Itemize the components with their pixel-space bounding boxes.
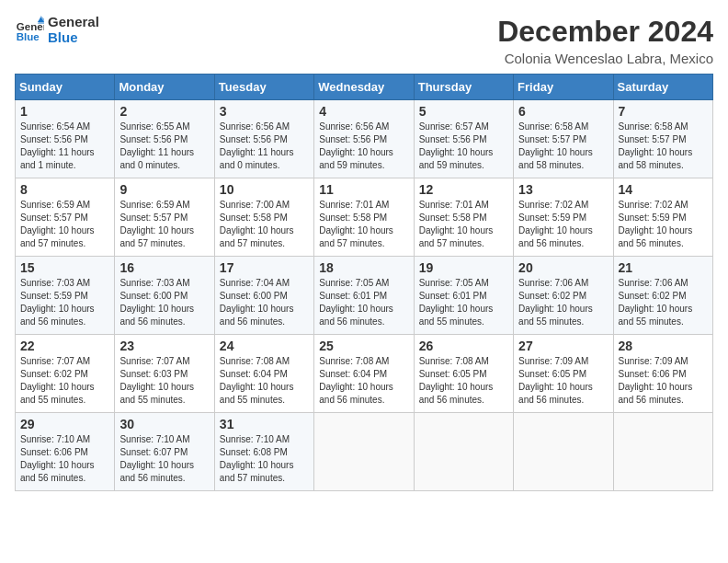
svg-text:Blue: Blue [17, 30, 40, 41]
table-row: 4Sunrise: 6:56 AMSunset: 5:56 PMDaylight… [314, 100, 414, 178]
day-info: Sunrise: 7:06 AMSunset: 6:02 PMDaylight:… [518, 277, 608, 328]
table-row: 17Sunrise: 7:04 AMSunset: 6:00 PMDayligh… [214, 257, 313, 335]
table-row [414, 413, 513, 491]
day-info: Sunrise: 7:10 AMSunset: 6:06 PMDaylight:… [20, 433, 109, 485]
day-info: Sunrise: 7:05 AMSunset: 6:01 PMDaylight:… [319, 277, 408, 328]
table-row: 24Sunrise: 7:08 AMSunset: 6:04 PMDayligh… [214, 335, 313, 413]
day-info: Sunrise: 7:01 AMSunset: 5:58 PMDaylight:… [319, 199, 408, 250]
table-row: 20Sunrise: 7:06 AMSunset: 6:02 PMDayligh… [514, 257, 613, 335]
day-info: Sunrise: 6:56 AMSunset: 5:56 PMDaylight:… [220, 121, 309, 172]
day-info: Sunrise: 7:10 AMSunset: 6:07 PMDaylight:… [119, 433, 209, 485]
day-number: 16 [119, 260, 209, 275]
day-info: Sunrise: 7:03 AMSunset: 5:59 PMDaylight:… [20, 277, 109, 328]
day-number: 27 [518, 339, 608, 353]
logo-blue: Blue [48, 30, 99, 46]
table-row: 18Sunrise: 7:05 AMSunset: 6:01 PMDayligh… [314, 257, 414, 335]
header-friday: Friday [514, 75, 613, 100]
table-row: 11Sunrise: 7:01 AMSunset: 5:58 PMDayligh… [314, 178, 414, 257]
calendar-week-row: 29Sunrise: 7:10 AMSunset: 6:06 PMDayligh… [16, 413, 713, 491]
day-number: 18 [319, 260, 408, 275]
day-info: Sunrise: 7:01 AMSunset: 5:58 PMDaylight:… [419, 199, 508, 250]
day-info: Sunrise: 7:07 AMSunset: 6:03 PMDaylight:… [119, 355, 209, 407]
day-info: Sunrise: 7:04 AMSunset: 6:00 PMDaylight:… [220, 277, 309, 328]
day-number: 28 [619, 339, 708, 353]
day-number: 13 [518, 182, 608, 197]
day-info: Sunrise: 7:02 AMSunset: 5:59 PMDaylight:… [518, 199, 608, 250]
day-info: Sunrise: 6:59 AMSunset: 5:57 PMDaylight:… [119, 199, 209, 250]
day-number: 8 [20, 182, 109, 197]
day-info: Sunrise: 7:02 AMSunset: 5:59 PMDaylight:… [619, 199, 708, 250]
day-info: Sunrise: 7:10 AMSunset: 6:08 PMDaylight:… [220, 433, 309, 485]
day-info: Sunrise: 7:03 AMSunset: 6:00 PMDaylight:… [119, 277, 209, 328]
day-number: 17 [220, 260, 309, 275]
table-row [514, 413, 613, 491]
month-title: December 2024 [497, 15, 713, 49]
day-number: 2 [119, 104, 209, 119]
header-tuesday: Tuesday [214, 75, 313, 100]
header-sunday: Sunday [16, 75, 115, 100]
header-monday: Monday [115, 75, 214, 100]
calendar-table: Sunday Monday Tuesday Wednesday Thursday… [15, 74, 713, 491]
day-number: 4 [319, 104, 408, 119]
table-row: 22Sunrise: 7:07 AMSunset: 6:02 PMDayligh… [16, 335, 115, 413]
day-number: 3 [220, 104, 309, 119]
day-number: 15 [20, 260, 109, 275]
day-number: 26 [419, 339, 508, 353]
logo-general: General [48, 15, 99, 30]
day-number: 20 [518, 260, 608, 275]
day-number: 24 [220, 339, 309, 353]
day-number: 25 [319, 339, 408, 353]
title-block: December 2024 Colonia Wenceslao Labra, M… [497, 15, 713, 66]
table-row: 31Sunrise: 7:10 AMSunset: 6:08 PMDayligh… [214, 413, 313, 491]
header-wednesday: Wednesday [314, 75, 414, 100]
table-row: 30Sunrise: 7:10 AMSunset: 6:07 PMDayligh… [115, 413, 214, 491]
day-info: Sunrise: 7:05 AMSunset: 6:01 PMDaylight:… [419, 277, 508, 328]
svg-marker-3 [38, 16, 44, 24]
table-row: 5Sunrise: 6:57 AMSunset: 5:56 PMDaylight… [414, 100, 513, 178]
day-info: Sunrise: 6:55 AMSunset: 5:56 PMDaylight:… [119, 121, 209, 172]
day-number: 11 [319, 182, 408, 197]
page-header: General Blue General Blue December 2024 … [15, 15, 713, 66]
logo: General Blue General Blue [15, 15, 99, 45]
table-row: 28Sunrise: 7:09 AMSunset: 6:06 PMDayligh… [613, 335, 712, 413]
day-number: 22 [20, 339, 109, 353]
logo-icon: General Blue [15, 16, 44, 45]
day-info: Sunrise: 6:56 AMSunset: 5:56 PMDaylight:… [319, 121, 408, 172]
day-number: 23 [119, 339, 209, 353]
day-info: Sunrise: 6:58 AMSunset: 5:57 PMDaylight:… [518, 121, 608, 172]
day-info: Sunrise: 7:07 AMSunset: 6:02 PMDaylight:… [20, 355, 109, 407]
day-info: Sunrise: 7:00 AMSunset: 5:58 PMDaylight:… [220, 199, 309, 250]
table-row: 8Sunrise: 6:59 AMSunset: 5:57 PMDaylight… [16, 178, 115, 257]
day-number: 1 [20, 104, 109, 119]
table-row [314, 413, 414, 491]
calendar-week-row: 22Sunrise: 7:07 AMSunset: 6:02 PMDayligh… [16, 335, 713, 413]
table-row: 2Sunrise: 6:55 AMSunset: 5:56 PMDaylight… [115, 100, 214, 178]
day-number: 9 [119, 182, 209, 197]
day-number: 6 [518, 104, 608, 119]
table-row: 3Sunrise: 6:56 AMSunset: 5:56 PMDaylight… [214, 100, 313, 178]
day-info: Sunrise: 7:06 AMSunset: 6:02 PMDaylight:… [619, 277, 708, 328]
table-row: 13Sunrise: 7:02 AMSunset: 5:59 PMDayligh… [514, 178, 613, 257]
table-row: 12Sunrise: 7:01 AMSunset: 5:58 PMDayligh… [414, 178, 513, 257]
calendar-week-row: 1Sunrise: 6:54 AMSunset: 5:56 PMDaylight… [16, 100, 713, 178]
day-number: 12 [419, 182, 508, 197]
location-subtitle: Colonia Wenceslao Labra, Mexico [497, 51, 713, 66]
calendar-header-row: Sunday Monday Tuesday Wednesday Thursday… [16, 75, 713, 100]
table-row: 6Sunrise: 6:58 AMSunset: 5:57 PMDaylight… [514, 100, 613, 178]
day-info: Sunrise: 7:09 AMSunset: 6:06 PMDaylight:… [619, 355, 708, 407]
day-info: Sunrise: 6:57 AMSunset: 5:56 PMDaylight:… [419, 121, 508, 172]
table-row [613, 413, 712, 491]
table-row: 15Sunrise: 7:03 AMSunset: 5:59 PMDayligh… [16, 257, 115, 335]
table-row: 21Sunrise: 7:06 AMSunset: 6:02 PMDayligh… [613, 257, 712, 335]
calendar-week-row: 8Sunrise: 6:59 AMSunset: 5:57 PMDaylight… [16, 178, 713, 257]
header-thursday: Thursday [414, 75, 513, 100]
day-number: 19 [419, 260, 508, 275]
table-row: 10Sunrise: 7:00 AMSunset: 5:58 PMDayligh… [214, 178, 313, 257]
table-row: 19Sunrise: 7:05 AMSunset: 6:01 PMDayligh… [414, 257, 513, 335]
table-row: 16Sunrise: 7:03 AMSunset: 6:00 PMDayligh… [115, 257, 214, 335]
day-number: 7 [619, 104, 708, 119]
day-info: Sunrise: 6:54 AMSunset: 5:56 PMDaylight:… [20, 121, 109, 172]
day-number: 29 [20, 417, 109, 431]
day-number: 14 [619, 182, 708, 197]
day-info: Sunrise: 6:58 AMSunset: 5:57 PMDaylight:… [619, 121, 708, 172]
